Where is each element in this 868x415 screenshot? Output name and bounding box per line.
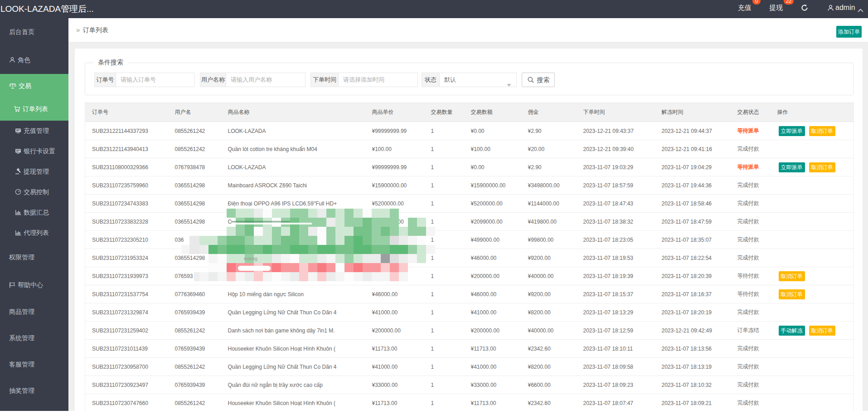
svg-text:mieng: mieng bbox=[244, 256, 257, 261]
